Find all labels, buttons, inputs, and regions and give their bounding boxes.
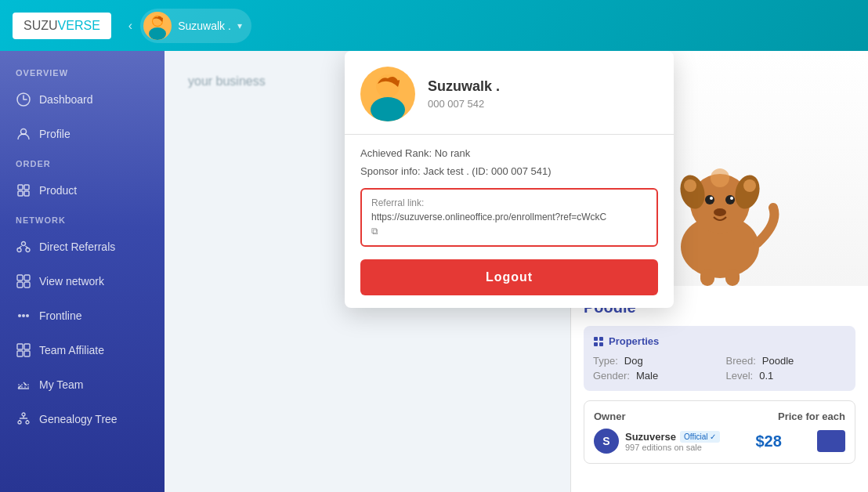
profile-label: Profile	[39, 128, 71, 140]
svg-point-17	[22, 314, 25, 317]
owner-badge: S	[594, 429, 619, 454]
svg-point-39	[684, 179, 696, 192]
chevron-down-icon: ▾	[237, 20, 242, 31]
app-header: SUZUVERSE ‹ Suzuwalk . ▾	[0, 0, 868, 51]
svg-rect-5	[18, 185, 23, 190]
main-layout: OVERVIEW Dashboard Profile ORDER	[0, 51, 868, 492]
svg-rect-12	[17, 275, 23, 280]
sidebar-section-order: ORDER	[0, 151, 165, 173]
svg-rect-7	[18, 191, 23, 196]
sidebar-item-genealogy-tree[interactable]: Genealogy Tree	[0, 402, 165, 436]
owner-info: S Suzuverse Official ✓ 997 editions on s…	[594, 429, 720, 454]
svg-point-26	[18, 421, 21, 424]
view-network-label: View network	[39, 275, 104, 288]
popup-header: Suzuwalk . 000 007 542	[345, 51, 674, 135]
svg-point-18	[26, 314, 29, 317]
svg-rect-15	[24, 282, 30, 288]
popup-rank: Achieved Rank: No rank	[360, 147, 658, 159]
svg-point-9	[22, 242, 26, 246]
svg-rect-42	[594, 337, 598, 341]
svg-point-27	[26, 421, 29, 424]
owner-row: S Suzuverse Official ✓ 997 editions on s…	[594, 429, 845, 454]
logo-verse: VERSE	[58, 19, 100, 33]
popup-sponsor: Sponsor info: Jack test . (ID: 000 007 5…	[360, 165, 658, 177]
my-team-icon	[16, 377, 31, 393]
genealogy-tree-icon	[16, 411, 31, 427]
product-icon	[16, 183, 31, 198]
referral-label: Referral link:	[371, 197, 647, 208]
sidebar-toggle-button[interactable]: ‹	[128, 19, 132, 33]
svg-point-11	[26, 248, 30, 252]
logo: SUZUVERSE	[13, 13, 111, 39]
svg-point-32	[705, 195, 714, 204]
svg-rect-37	[700, 269, 714, 286]
svg-point-41	[711, 168, 729, 187]
prop-breed: Breed: Poodle	[726, 355, 847, 367]
user-dropdown-popup: Suzuwalk . 000 007 542 Achieved Rank: No…	[345, 51, 674, 308]
sidebar-item-my-team[interactable]: My Team	[0, 367, 165, 402]
frontline-icon	[16, 308, 31, 324]
properties-box: Properties Type: Dog Breed: Poodle Gende…	[584, 326, 855, 391]
genealogy-tree-label: Genealogy Tree	[39, 413, 118, 425]
svg-point-33	[725, 195, 735, 204]
svg-point-1	[149, 27, 166, 40]
svg-rect-14	[17, 282, 23, 288]
sidebar-item-direct-referrals[interactable]: Direct Referrals	[0, 230, 165, 264]
svg-rect-6	[24, 185, 29, 190]
dashboard-label: Dashboard	[39, 93, 93, 106]
referral-box: Referral link: https://suzuverse.onlineo…	[360, 188, 658, 247]
sidebar-section-overview: OVERVIEW	[0, 60, 165, 82]
sidebar-item-product[interactable]: Product	[0, 173, 165, 208]
copy-icon[interactable]: ⧉	[371, 226, 378, 237]
content-area: your business	[165, 51, 868, 492]
sidebar-item-frontline[interactable]: Frontline	[0, 298, 165, 333]
svg-rect-19	[17, 344, 23, 349]
user-avatar-small	[143, 12, 172, 40]
svg-rect-44	[594, 342, 598, 346]
view-network-icon	[16, 273, 31, 289]
svg-rect-8	[24, 191, 29, 196]
sidebar-item-team-affiliate[interactable]: Team Affiliate	[0, 333, 165, 367]
sidebar-item-dashboard[interactable]: Dashboard	[0, 82, 165, 117]
svg-rect-45	[599, 342, 603, 346]
owner-details: Suzuverse Official ✓ 997 editions on sal…	[625, 431, 720, 452]
svg-point-40	[743, 179, 756, 192]
direct-referrals-icon	[16, 239, 31, 255]
svg-rect-21	[17, 351, 23, 356]
svg-point-16	[18, 314, 21, 317]
sidebar-section-network: NETWORK	[0, 208, 165, 230]
sidebar: OVERVIEW Dashboard Profile ORDER	[0, 51, 165, 492]
prop-level: Level: 0.1	[726, 370, 847, 382]
svg-point-10	[17, 248, 21, 252]
team-affiliate-icon	[16, 342, 31, 358]
svg-rect-22	[24, 351, 30, 356]
popup-user-info: Suzuwalk . 000 007 542	[428, 78, 658, 110]
product-info: Poodle Properties Type:	[571, 286, 868, 476]
direct-referrals-label: Direct Referrals	[39, 241, 115, 253]
logout-button[interactable]: Logout	[360, 259, 658, 295]
properties-icon	[593, 336, 604, 347]
popup-body: Achieved Rank: No rank Sponsor info: Jac…	[345, 135, 674, 308]
profile-icon	[16, 126, 31, 142]
svg-rect-43	[599, 337, 603, 341]
owner-box: Owner Price for each S Suzuverse Officia…	[584, 400, 855, 464]
team-affiliate-label: Team Affiliate	[39, 344, 104, 356]
user-menu-button[interactable]: Suzuwalk . ▾	[140, 9, 251, 43]
popup-avatar	[360, 67, 415, 121]
my-team-label: My Team	[39, 378, 84, 391]
product-label: Product	[39, 184, 77, 197]
properties-grid: Type: Dog Breed: Poodle Gender: Male L	[593, 355, 846, 382]
buy-button[interactable]	[817, 430, 845, 452]
svg-point-35	[730, 197, 733, 200]
svg-rect-13	[24, 275, 30, 280]
sidebar-item-profile[interactable]: Profile	[0, 117, 165, 151]
svg-point-34	[710, 197, 713, 200]
sidebar-item-view-network[interactable]: View network	[0, 264, 165, 298]
dashboard-icon	[16, 92, 31, 107]
popup-userid: 000 007 542	[428, 98, 658, 110]
referral-link: https://suzuverse.onlineoffice.pro/enrol…	[371, 212, 647, 222]
prop-type: Type: Dog	[593, 355, 714, 367]
svg-point-36	[714, 208, 726, 216]
dog-svg	[657, 129, 783, 286]
logo-suzu: SUZU	[24, 19, 58, 33]
